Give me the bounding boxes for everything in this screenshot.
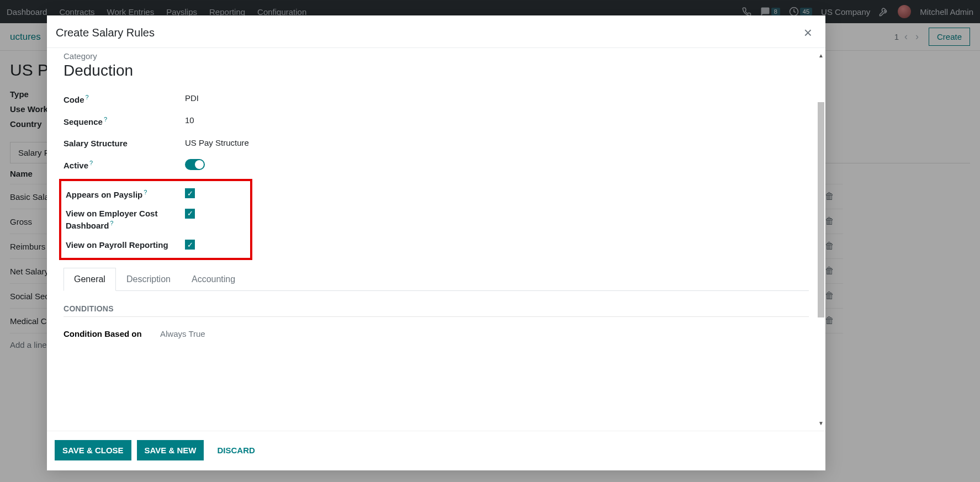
save-close-button[interactable]: SAVE & CLOSE — [55, 440, 131, 460]
help-icon[interactable]: ? — [110, 220, 113, 226]
scrollbar-thumb[interactable] — [818, 102, 824, 317]
value-sequence[interactable]: 10 — [185, 115, 194, 125]
category-label: Category — [63, 51, 809, 61]
row-code: Code? PDI — [63, 88, 809, 110]
row-sequence: Sequence? 10 — [63, 110, 809, 133]
modal-body: Category Deduction Code? PDI Sequence? 1… — [47, 48, 825, 431]
label-code: Code? — [63, 93, 185, 105]
label-sequence: Sequence? — [63, 115, 185, 128]
checkbox-appears-payslip[interactable]: ✓ — [185, 188, 195, 198]
scroll-down-icon[interactable]: ▼ — [818, 420, 824, 426]
scrollbar[interactable]: ▲ ▼ — [817, 52, 825, 426]
label-appears-payslip: Appears on Payslip? — [66, 188, 185, 200]
value-salary-structure[interactable]: US Pay Structure — [185, 138, 249, 147]
row-condition-based: Condition Based on Always True — [63, 325, 809, 343]
toggle-active[interactable] — [185, 159, 205, 170]
help-icon[interactable]: ? — [86, 94, 89, 100]
label-condition-based: Condition Based on — [63, 329, 160, 338]
help-icon[interactable]: ? — [144, 189, 147, 195]
help-icon[interactable]: ? — [89, 160, 93, 166]
modal-header: Create Salary Rules × — [47, 15, 825, 48]
close-icon[interactable]: × — [804, 25, 812, 40]
value-condition-based[interactable]: Always True — [160, 329, 205, 338]
category-value: Deduction — [63, 62, 809, 80]
scroll-up-icon[interactable]: ▲ — [818, 52, 824, 59]
discard-button[interactable]: DISCARD — [209, 440, 262, 460]
tab-description[interactable]: Description — [116, 268, 181, 291]
label-employer-cost: View on Employer Cost Dashboard? — [66, 208, 185, 232]
modal-title: Create Salary Rules — [56, 27, 155, 39]
highlight-box: Appears on Payslip? ✓ View on Employer C… — [59, 179, 252, 260]
row-active: Active? — [63, 154, 809, 177]
label-salary-structure: Salary Structure — [63, 138, 185, 149]
save-new-button[interactable]: SAVE & NEW — [137, 440, 204, 460]
value-code[interactable]: PDI — [185, 93, 199, 103]
row-employer-cost: View on Employer Cost Dashboard? ✓ — [61, 204, 246, 236]
checkbox-payroll-reporting[interactable]: ✓ — [185, 240, 195, 250]
label-active: Active? — [63, 159, 185, 171]
modal-footer: SAVE & CLOSE SAVE & NEW DISCARD — [47, 431, 825, 470]
row-appears-payslip: Appears on Payslip? ✓ — [61, 184, 246, 204]
help-icon[interactable]: ? — [104, 116, 107, 123]
section-conditions: CONDITIONS — [63, 304, 809, 317]
row-salary-structure: Salary Structure US Pay Structure — [63, 133, 809, 154]
tab-general[interactable]: General — [63, 268, 116, 291]
label-payroll-reporting: View on Payroll Reporting — [66, 240, 185, 251]
tab-accounting[interactable]: Accounting — [181, 268, 246, 291]
checkbox-employer-cost[interactable]: ✓ — [185, 209, 195, 219]
modal-tabs: General Description Accounting — [63, 268, 809, 291]
row-payroll-reporting: View on Payroll Reporting ✓ — [61, 236, 246, 255]
modal-create-salary-rules: Create Salary Rules × Category Deduction… — [47, 15, 825, 470]
